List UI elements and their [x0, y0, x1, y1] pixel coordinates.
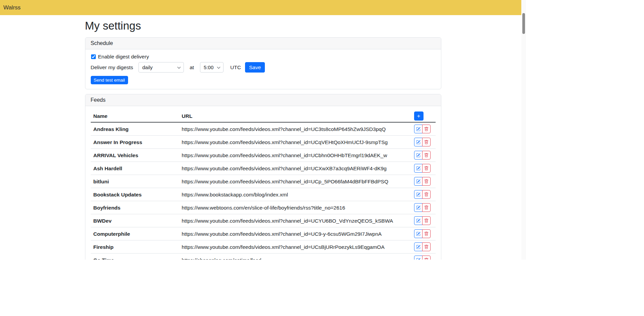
- feed-row: Computerphile https://www.youtube.com/fe…: [91, 227, 436, 240]
- feed-row: Answer In Progress https://www.youtube.c…: [91, 136, 436, 149]
- feed-url: https://www.youtube.com/feeds/videos.xml…: [179, 122, 414, 136]
- delete-feed-button[interactable]: [422, 138, 431, 146]
- pencil-square-icon: [416, 166, 420, 171]
- pencil-square-icon: [416, 219, 420, 223]
- feed-name: Andreas Kling: [91, 122, 179, 136]
- edit-feed-button[interactable]: [414, 177, 422, 186]
- schedule-card-header: Schedule: [85, 38, 441, 49]
- trash-icon: [424, 192, 429, 197]
- feed-name: BWDev: [91, 214, 179, 227]
- feed-actions-cell: [414, 175, 436, 188]
- pencil-square-icon: [416, 179, 420, 184]
- feed-actions-cell: [414, 201, 436, 214]
- feed-url: https://www.youtube.com/feeds/videos.xml…: [179, 227, 414, 240]
- delete-feed-button[interactable]: [422, 164, 431, 173]
- pencil-square-icon: [416, 245, 420, 249]
- feed-url: https://www.youtube.com/feeds/videos.xml…: [179, 175, 414, 188]
- pencil-square-icon: [416, 127, 420, 131]
- edit-feed-button[interactable]: [414, 151, 422, 160]
- edit-feed-button[interactable]: [414, 229, 422, 238]
- feed-actions: [414, 190, 433, 199]
- feed-actions: [414, 138, 433, 146]
- edit-feed-button[interactable]: [414, 203, 422, 212]
- trash-icon: [424, 232, 429, 236]
- enable-digest-checkbox[interactable]: [91, 54, 96, 59]
- edit-feed-button[interactable]: [414, 125, 422, 133]
- delete-feed-button[interactable]: [422, 256, 431, 260]
- feed-name: Computerphile: [91, 227, 179, 240]
- trash-icon: [424, 245, 429, 249]
- feeds-table-header-row: Name URL +: [91, 110, 436, 122]
- feeds-card: Feeds Name URL +: [85, 94, 441, 260]
- trash-icon: [424, 166, 429, 171]
- delete-feed-button[interactable]: [422, 242, 431, 251]
- chevron-down-icon: [177, 65, 181, 69]
- feed-actions: [414, 242, 433, 251]
- feed-row: bitluni https://www.youtube.com/feeds/vi…: [91, 175, 436, 188]
- pencil-square-icon: [416, 206, 420, 210]
- feed-name: Boyfriends: [91, 201, 179, 214]
- frequency-value: daily: [142, 64, 153, 70]
- send-test-email-button[interactable]: Send test email: [91, 76, 128, 84]
- feed-url: https://changelog.com/gotime/feed: [179, 254, 414, 260]
- trash-icon: [424, 153, 429, 157]
- feed-url: https://www.youtube.com/feeds/videos.xml…: [179, 214, 414, 227]
- scrollbar-thumb[interactable]: [522, 13, 525, 34]
- feed-url: https://www.webtoons.com/en/slice-of-lif…: [179, 201, 414, 214]
- feed-row: BWDev https://www.youtube.com/feeds/vide…: [91, 214, 436, 227]
- feed-actions-cell: [414, 254, 436, 260]
- pencil-square-icon: [416, 258, 420, 260]
- feed-row: ARRIVAL Vehicles https://www.youtube.com…: [91, 149, 436, 162]
- feed-row: Andreas Kling https://www.youtube.com/fe…: [91, 122, 436, 136]
- time-select[interactable]: 5:00: [200, 62, 224, 73]
- delete-feed-button[interactable]: [422, 177, 431, 186]
- edit-feed-button[interactable]: [414, 164, 422, 173]
- pencil-square-icon: [416, 140, 420, 144]
- feeds-card-body: Name URL + Andreas Kling https://www.you…: [85, 106, 441, 260]
- main-container: My settings Schedule Enable digest deliv…: [85, 15, 441, 260]
- edit-feed-button[interactable]: [414, 242, 422, 251]
- feed-url: https://www.bookstackapp.com/blog/index.…: [179, 188, 414, 201]
- chevron-down-icon: [217, 65, 220, 69]
- time-value: 5:00: [204, 64, 213, 70]
- edit-feed-button[interactable]: [414, 216, 422, 225]
- feed-actions-cell: [414, 149, 436, 162]
- page-title: My settings: [85, 19, 441, 33]
- trash-icon: [424, 258, 429, 260]
- enable-digest-label[interactable]: Enable digest delivery: [98, 54, 149, 60]
- feed-row: Ash Hardell https://www.youtube.com/feed…: [91, 162, 436, 175]
- pencil-square-icon: [416, 192, 420, 197]
- deliver-label: Deliver my digests: [91, 64, 133, 71]
- at-label: at: [190, 64, 194, 71]
- save-button[interactable]: Save: [245, 62, 265, 73]
- enable-digest-row: Enable digest delivery: [91, 53, 436, 60]
- feed-name: Ash Hardell: [91, 162, 179, 175]
- edit-feed-button[interactable]: [414, 256, 422, 260]
- feed-actions: [414, 203, 433, 212]
- column-header-url: URL: [179, 110, 414, 122]
- trash-icon: [424, 219, 429, 223]
- pencil-square-icon: [416, 153, 420, 157]
- delete-feed-button[interactable]: [422, 216, 431, 225]
- delete-feed-button[interactable]: [422, 190, 431, 199]
- edit-feed-button[interactable]: [414, 138, 422, 146]
- frequency-select[interactable]: daily: [138, 62, 184, 73]
- trash-icon: [424, 179, 429, 184]
- feed-name: ARRIVAL Vehicles: [91, 149, 179, 162]
- feed-actions-cell: [414, 188, 436, 201]
- delete-feed-button[interactable]: [422, 229, 431, 238]
- feed-url: https://www.youtube.com/feeds/videos.xml…: [179, 162, 414, 175]
- feed-row: Fireship https://www.youtube.com/feeds/v…: [91, 240, 436, 254]
- feed-actions: [414, 216, 433, 225]
- delete-feed-button[interactable]: [422, 203, 431, 212]
- scrollbar[interactable]: [521, 0, 526, 260]
- feed-actions: [414, 125, 433, 133]
- feed-name: bitluni: [91, 175, 179, 188]
- delete-feed-button[interactable]: [422, 151, 431, 160]
- add-feed-button[interactable]: +: [414, 111, 424, 121]
- feed-name: Answer In Progress: [91, 136, 179, 149]
- delete-feed-button[interactable]: [422, 125, 431, 133]
- feed-actions-cell: [414, 214, 436, 227]
- edit-feed-button[interactable]: [414, 190, 422, 199]
- navbar-brand[interactable]: Walrss: [3, 4, 21, 11]
